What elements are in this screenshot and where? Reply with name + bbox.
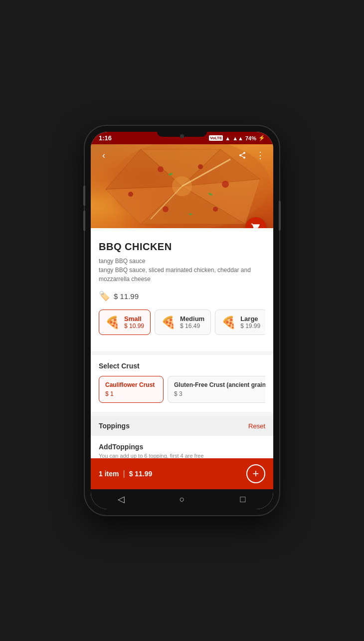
product-card: BBQ CHICKEN tangy BBQ sauce tangy BBQ sa… [91, 228, 273, 351]
cart-price: $ 11.99 [129, 470, 153, 478]
share-icon [238, 151, 246, 159]
svg-point-13 [128, 192, 133, 197]
crust-option-cauliflower[interactable]: Cauliflower Crust $ 1 [99, 376, 164, 403]
product-description: tangy BBQ sauce tangy BBQ sauce, sliced … [99, 257, 265, 284]
status-right: VoLTE ▲ ▲▲ 74% ⚡ [209, 135, 265, 141]
size-price-small: $ 10.99 [124, 322, 144, 329]
toppings-label: Toppings [99, 422, 130, 430]
pizza-large-icon: 🍕 [221, 316, 236, 329]
wifi-icon: ▲ [225, 135, 230, 141]
hero-actions: ⋮ [235, 148, 267, 162]
battery-icon: ⚡ [258, 135, 265, 141]
size-option-large[interactable]: 🍕 Large $ 19.99 [215, 310, 265, 335]
svg-point-8 [158, 166, 164, 172]
crust-name-glutenfree: Gluten-Free Crust (ancient grains) [174, 381, 265, 388]
size-option-small[interactable]: 🍕 Small $ 10.99 [99, 310, 151, 335]
svg-point-12 [163, 206, 169, 212]
more-button[interactable]: ⋮ [253, 148, 267, 162]
size-price-medium: $ 16.49 [180, 322, 204, 329]
size-name-large: Large [240, 315, 260, 322]
reset-button[interactable]: Reset [248, 422, 265, 430]
cart-divider: | [123, 469, 125, 478]
nav-home-button[interactable]: ○ [173, 493, 191, 505]
product-title: BBQ CHICKEN [99, 241, 265, 253]
status-time: 1:16 [99, 134, 112, 142]
size-name-medium: Medium [180, 315, 204, 322]
crust-name-cauliflower: Cauliflower Crust [105, 381, 157, 388]
pizza-small-icon: 🍕 [105, 316, 120, 329]
price-row: 🏷️ $ 11.99 [99, 291, 265, 302]
hero-nav: ‹ ⋮ [91, 148, 273, 162]
toppings-header: Toppings Reset [91, 416, 273, 436]
android-nav-bar: ◁ ○ □ [91, 489, 273, 509]
size-selector: 🍕 Small $ 10.99 🍕 Medium $ 16.49 [99, 310, 265, 337]
crust-section-label: Select Crust [99, 362, 265, 370]
crust-price-glutenfree: $ 3 [174, 390, 265, 397]
price-tag-icon: 🏷️ [99, 291, 110, 302]
size-price-large: $ 19.99 [240, 322, 260, 329]
nav-back-button[interactable]: ◁ [112, 493, 130, 505]
back-icon: ‹ [102, 150, 105, 161]
cart-icon [251, 223, 261, 228]
svg-point-10 [222, 181, 229, 188]
add-toppings-section: AddToppings You can add up to 6 topping,… [91, 436, 273, 458]
crust-option-glutenfree[interactable]: Gluten-Free Crust (ancient grains) $ 3 [168, 376, 265, 403]
share-button[interactable] [235, 148, 249, 162]
volte-badge: VoLTE [209, 135, 223, 141]
signal-icon: ▲▲ [232, 135, 243, 141]
crust-selector: Cauliflower Crust $ 1 Gluten-Free Crust … [99, 376, 265, 405]
svg-point-9 [198, 164, 203, 169]
size-option-medium[interactable]: 🍕 Medium $ 16.49 [155, 310, 211, 335]
crust-price-cauliflower: $ 1 [105, 390, 157, 397]
crust-section: Select Crust Cauliflower Crust $ 1 Glute… [91, 355, 273, 412]
pizza-medium-icon: 🍕 [161, 316, 176, 329]
plus-icon: + [253, 467, 259, 480]
back-button[interactable]: ‹ [97, 148, 111, 162]
add-toppings-title: AddToppings [99, 443, 265, 451]
battery-text: 74% [245, 135, 256, 141]
hero-image: ‹ ⋮ [91, 144, 273, 228]
bottom-bar: 1 item | $ 11.99 + [91, 458, 273, 489]
cart-item-count: 1 item [99, 470, 119, 478]
more-icon: ⋮ [256, 150, 265, 161]
base-price: $ 11.99 [114, 292, 139, 301]
content-area: BBQ CHICKEN tangy BBQ sauce tangy BBQ sa… [91, 228, 273, 458]
svg-point-16 [189, 213, 192, 215]
nav-recent-button[interactable]: □ [234, 493, 252, 505]
cart-summary: 1 item | $ 11.99 [99, 469, 152, 478]
plus-button[interactable]: + [246, 464, 265, 483]
size-name-small: Small [124, 315, 144, 322]
svg-point-11 [213, 207, 218, 212]
add-toppings-subtitle: You can add up to 6 topping, first 4 are… [99, 453, 265, 458]
